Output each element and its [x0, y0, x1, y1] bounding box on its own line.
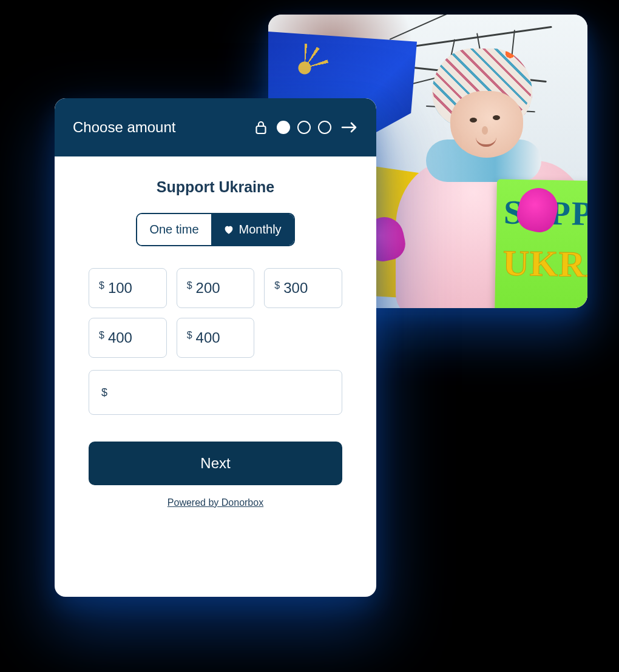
amount-grid: $ 100 $ 200 $ 300 $ 400 $ 400: [89, 268, 342, 358]
step-dot-2: [297, 121, 311, 134]
step-dot-3: [318, 121, 331, 134]
currency-symbol: $: [187, 330, 192, 341]
amount-option-5[interactable]: $ 400: [177, 318, 255, 358]
frequency-monthly[interactable]: Monthly: [211, 214, 294, 245]
amount-value: 200: [196, 280, 220, 297]
amount-option-4[interactable]: $ 400: [89, 318, 167, 358]
next-button[interactable]: Next: [89, 442, 342, 485]
step-dot-1: [277, 121, 290, 134]
donation-card: Choose amount: [55, 98, 376, 597]
currency-symbol: $: [101, 386, 107, 399]
currency-symbol: $: [274, 280, 280, 291]
currency-symbol: $: [99, 330, 104, 341]
sign-line-2: UKRAINE: [502, 243, 587, 287]
custom-amount-field[interactable]: $: [89, 370, 342, 415]
step-title: Choose amount: [73, 119, 175, 136]
arrow-right-icon[interactable]: [341, 121, 358, 133]
currency-symbol: $: [187, 280, 192, 291]
frequency-monthly-label: Monthly: [239, 223, 282, 237]
amount-value: 400: [196, 329, 220, 346]
card-header: Choose amount: [55, 98, 376, 156]
frequency-one-time[interactable]: One time: [137, 214, 211, 245]
amount-option-2[interactable]: $ 200: [177, 268, 255, 308]
currency-symbol: $: [99, 280, 104, 291]
powered-by-link[interactable]: Powered by Donorbox: [89, 497, 342, 508]
svg-rect-0: [257, 126, 266, 133]
amount-value: 300: [283, 280, 308, 297]
amount-value: 400: [108, 329, 132, 346]
next-button-label: Next: [200, 455, 230, 471]
amount-value: 100: [108, 280, 132, 297]
campaign-title: Support Ukraine: [89, 178, 342, 196]
heart-icon: [223, 224, 234, 235]
custom-amount-input[interactable]: [113, 384, 330, 401]
amount-option-1[interactable]: $ 100: [89, 268, 167, 308]
powered-by-text: Powered by Donorbox: [167, 497, 263, 508]
frequency-toggle: One time Monthly: [89, 213, 342, 246]
lock-icon: [255, 120, 267, 135]
step-indicator: [255, 120, 358, 135]
amount-option-3[interactable]: $ 300: [264, 268, 342, 308]
frequency-one-time-label: One time: [149, 223, 198, 237]
